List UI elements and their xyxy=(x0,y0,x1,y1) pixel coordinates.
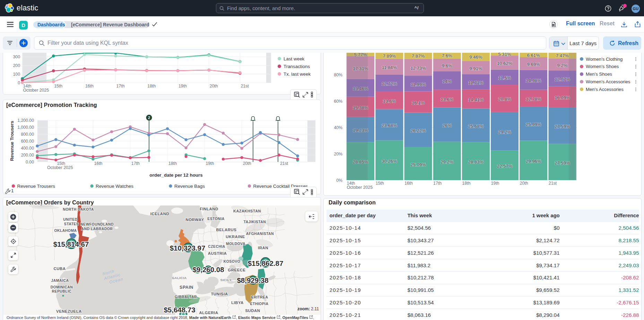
svg-text:16th: 16th xyxy=(404,181,413,186)
svg-text:SPAIN: SPAIN xyxy=(180,285,193,290)
svg-text:FINLAND: FINLAND xyxy=(200,207,218,211)
svg-text:7.89%: 7.89% xyxy=(383,53,396,59)
svg-text:12.72%: 12.72% xyxy=(382,81,397,86)
svg-text:16th: 16th xyxy=(94,161,103,166)
svg-text:19th: 19th xyxy=(491,181,499,186)
svg-text:Revenue Watches: Revenue Watches xyxy=(96,184,133,189)
svg-text:October 2025: October 2025 xyxy=(23,88,49,93)
svg-text:9.69%: 9.69% xyxy=(527,62,540,67)
svg-text:AUSTRIA: AUSTRIA xyxy=(208,251,227,255)
svg-text:JAMAICA: JAMAICA xyxy=(51,278,69,283)
svg-text:100: 100 xyxy=(13,72,20,77)
svg-text:$9,260.08: $9,260.08 xyxy=(192,266,224,273)
svg-text:16th: 16th xyxy=(85,84,94,89)
svg-text:1,200.00: 1,200.00 xyxy=(17,118,34,123)
svg-text:ICELAND: ICELAND xyxy=(150,212,169,216)
svg-text:6.61%: 6.61% xyxy=(527,53,540,58)
svg-text:7.47%: 7.47% xyxy=(556,53,569,58)
svg-text:27.59%: 27.59% xyxy=(555,160,570,166)
svg-text:$15,862.87: $15,862.87 xyxy=(248,259,284,267)
svg-text:18th: 18th xyxy=(462,181,470,186)
svg-text:10.62%: 10.62% xyxy=(497,61,513,66)
svg-text:1: 1 xyxy=(11,188,14,193)
svg-text:TAJIKISTAN: TAJIKISTAN xyxy=(244,220,266,224)
svg-text:order_date per 12 hours: order_date per 12 hours xyxy=(149,172,202,178)
svg-text:20th: 20th xyxy=(210,84,218,89)
svg-text:23.68%: 23.68% xyxy=(382,123,397,128)
svg-text:29.2%: 29.2% xyxy=(441,159,454,165)
svg-text:NORTH DAKOTA: NORTH DAKOTA xyxy=(63,207,94,211)
svg-text:0: 0 xyxy=(18,81,20,85)
svg-text:0%: 0% xyxy=(336,178,342,183)
svg-text:9.6%: 9.6% xyxy=(442,63,452,68)
svg-text:11.71%: 11.71% xyxy=(468,80,484,85)
svg-text:LIBYA: LIBYA xyxy=(231,301,244,305)
svg-text:DOMINICAN: DOMINICAN xyxy=(51,285,73,289)
svg-text:21st: 21st xyxy=(549,181,557,186)
svg-text:$15,814.67: $15,814.67 xyxy=(53,240,89,248)
svg-text:300: 300 xyxy=(13,54,20,59)
svg-text:18th: 18th xyxy=(168,161,177,166)
svg-text:MOLDOVA: MOLDOVA xyxy=(226,242,245,246)
svg-text:28.83%: 28.83% xyxy=(468,159,484,165)
svg-text:UNITED: UNITED xyxy=(63,217,78,221)
svg-text:20.8%: 20.8% xyxy=(498,96,511,102)
svg-text:25.99%: 25.99% xyxy=(526,122,541,127)
svg-text:21st: 21st xyxy=(280,161,288,166)
svg-text:ALGERIA: ALGERIA xyxy=(199,311,218,315)
svg-text:KAZAKHSTAN: KAZAKHSTAN xyxy=(233,209,261,213)
svg-text:15th: 15th xyxy=(54,84,62,89)
svg-text:40%: 40% xyxy=(334,125,342,130)
svg-text:26%: 26% xyxy=(442,123,452,128)
svg-text:11.84%: 11.84% xyxy=(382,65,397,70)
svg-text:200.00: 200.00 xyxy=(21,153,34,158)
svg-text:AFGHANISTAN: AFGHANISTAN xyxy=(246,231,274,236)
svg-text:16.1%: 16.1% xyxy=(412,100,425,106)
svg-text:Transactions: Transactions xyxy=(284,64,310,69)
svg-text:800.00: 800.00 xyxy=(21,132,34,137)
svg-text:NORWAY: NORWAY xyxy=(185,218,204,222)
svg-text:9.91%: 9.91% xyxy=(469,66,482,71)
svg-text:2.11: 2.11 xyxy=(311,306,319,311)
svg-text:13.6%: 13.6% xyxy=(441,97,454,102)
svg-text:Revenue Trousers: Revenue Trousers xyxy=(17,184,55,189)
svg-text:7.87%: 7.87% xyxy=(412,53,425,59)
svg-text:GALICIA: GALICIA xyxy=(172,276,186,280)
svg-text:11.5%: 11.5% xyxy=(498,75,511,81)
svg-text:1,000.00: 1,000.00 xyxy=(17,125,34,130)
svg-text:18th: 18th xyxy=(147,84,156,89)
svg-text:25.09%: 25.09% xyxy=(410,162,426,167)
svg-text:ERITREA: ERITREA xyxy=(251,295,268,299)
svg-text:NEWFOUNDLAND: NEWFOUNDLAND xyxy=(80,222,114,226)
svg-text:KOSOVO: KOSOVO xyxy=(224,259,241,263)
svg-text:BELARUS: BELARUS xyxy=(216,228,237,232)
svg-text:CZECHIA: CZECHIA xyxy=(208,244,225,249)
svg-text:29.96%: 29.96% xyxy=(526,159,541,164)
svg-text:11.99%: 11.99% xyxy=(411,82,426,87)
svg-text:20th: 20th xyxy=(520,181,528,186)
svg-text:$5,648.73: $5,648.73 xyxy=(164,306,195,314)
svg-text:19th: 19th xyxy=(206,161,214,166)
svg-text:zoom:: zoom: xyxy=(297,306,310,311)
svg-text:20th: 20th xyxy=(243,161,251,166)
svg-text:OKLAHOMA: OKLAHOMA xyxy=(54,228,77,233)
svg-text:21st: 21st xyxy=(241,84,249,89)
svg-text:12.07%: 12.07% xyxy=(555,77,570,82)
svg-text:17th: 17th xyxy=(433,181,442,186)
svg-text:SICILY: SICILY xyxy=(220,278,232,282)
svg-text:12.78%: 12.78% xyxy=(526,96,541,102)
svg-text:Men's Shoes: Men's Shoes xyxy=(586,71,612,77)
svg-text:12.73%: 12.73% xyxy=(410,66,426,71)
svg-text:0.00: 0.00 xyxy=(26,160,34,165)
svg-text:400.00: 400.00 xyxy=(21,146,34,151)
svg-text:REPUBLIC: REPUBLIC xyxy=(52,289,71,293)
svg-text:CUBA: CUBA xyxy=(53,267,66,271)
svg-text:Men's Accessories: Men's Accessories xyxy=(586,87,624,92)
svg-text:13.6%: 13.6% xyxy=(383,99,396,104)
svg-text:5.31%: 5.31% xyxy=(498,53,511,57)
svg-text:80%: 80% xyxy=(334,73,342,77)
svg-text:9.46%: 9.46% xyxy=(469,54,482,60)
svg-text:9.2%: 9.2% xyxy=(557,63,567,68)
svg-text:GREECE: GREECE xyxy=(228,268,245,272)
svg-text:2: 2 xyxy=(148,116,150,120)
